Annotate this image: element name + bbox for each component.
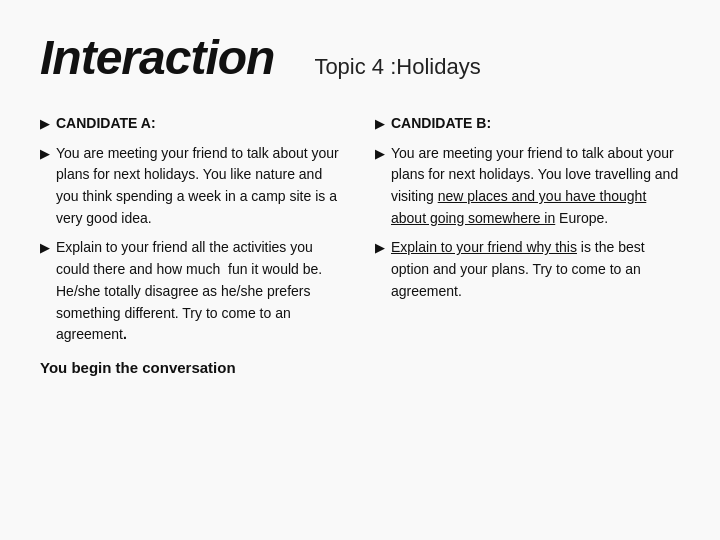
header-row: Interaction Topic 4 :Holidays — [40, 30, 680, 85]
left-item-candidate: ▶ CANDIDATE A: — [40, 113, 345, 135]
arrow-icon-5: ▶ — [375, 144, 385, 164]
left-item-1: ▶ You are meeting your friend to talk ab… — [40, 143, 345, 230]
left-item-2: ▶ Explain to your friend all the activit… — [40, 237, 345, 345]
arrow-icon-1: ▶ — [40, 114, 50, 134]
left-bullet-2-text: Explain to your friend all the activitie… — [56, 237, 345, 345]
right-item-2: ▶ Explain to your friend why this is the… — [375, 237, 680, 302]
slide: Interaction Topic 4 :Holidays ▶ CANDIDAT… — [0, 0, 720, 540]
arrow-icon-6: ▶ — [375, 238, 385, 258]
right-column: ▶ CANDIDATE B: ▶ You are meeting your fr… — [375, 113, 680, 379]
topic-label: Topic 4 :Holidays — [314, 54, 480, 80]
right-item-candidate: ▶ CANDIDATE B: — [375, 113, 680, 135]
page-title: Interaction — [40, 30, 274, 85]
arrow-icon-4: ▶ — [375, 114, 385, 134]
left-candidate-label: CANDIDATE A: — [56, 113, 345, 135]
arrow-icon-3: ▶ — [40, 238, 50, 258]
content-row: ▶ CANDIDATE A: ▶ You are meeting your fr… — [40, 113, 680, 379]
right-item-1: ▶ You are meeting your friend to talk ab… — [375, 143, 680, 230]
right-bullet-2-text: Explain to your friend why this is the b… — [391, 237, 680, 302]
right-candidate-label: CANDIDATE B: — [391, 113, 680, 135]
right-bullet-list: ▶ CANDIDATE B: ▶ You are meeting your fr… — [375, 113, 680, 303]
arrow-icon-2: ▶ — [40, 144, 50, 164]
left-bullet-1-text: You are meeting your friend to talk abou… — [56, 143, 345, 230]
right-bullet-1-text: You are meeting your friend to talk abou… — [391, 143, 680, 230]
left-bullet-list: ▶ CANDIDATE A: ▶ You are meeting your fr… — [40, 113, 345, 346]
begin-conversation: You begin the conversation — [40, 356, 345, 379]
left-column: ▶ CANDIDATE A: ▶ You are meeting your fr… — [40, 113, 345, 379]
